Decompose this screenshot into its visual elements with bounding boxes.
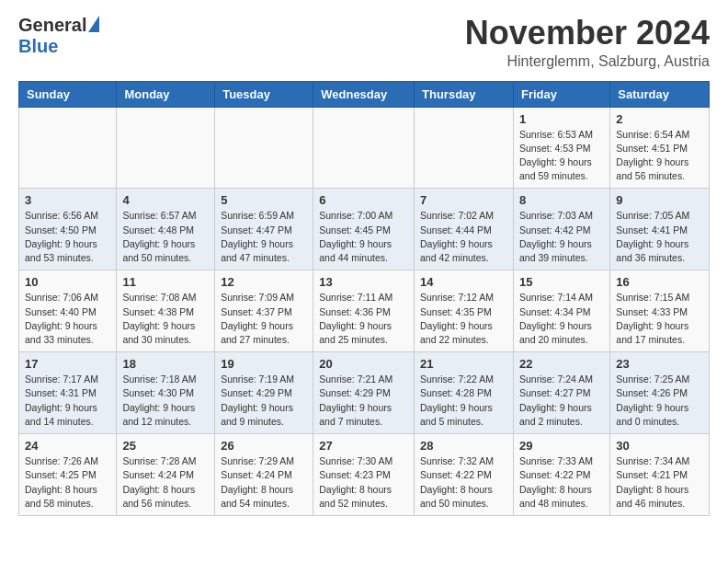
calendar-cell: 21Sunrise: 7:22 AM Sunset: 4:28 PM Dayli…	[415, 352, 514, 434]
day-number: 17	[25, 357, 110, 371]
day-info: Sunrise: 6:53 AM Sunset: 4:53 PM Dayligh…	[519, 128, 604, 184]
day-number: 19	[221, 357, 307, 371]
page-container: General Blue November 2024 Hinterglemm, …	[0, 0, 728, 531]
calendar-cell: 17Sunrise: 7:17 AM Sunset: 4:31 PM Dayli…	[19, 352, 117, 434]
day-info: Sunrise: 7:33 AM Sunset: 4:22 PM Dayligh…	[519, 454, 604, 511]
day-info: Sunrise: 7:12 AM Sunset: 4:35 PM Dayligh…	[420, 291, 507, 347]
header-saturday: Saturday	[610, 81, 710, 107]
header-tuesday: Tuesday	[215, 81, 313, 107]
calendar-cell: 15Sunrise: 7:14 AM Sunset: 4:34 PM Dayli…	[513, 270, 609, 352]
day-info: Sunrise: 7:34 AM Sunset: 4:21 PM Dayligh…	[616, 454, 703, 511]
day-number: 29	[519, 439, 604, 453]
header-sunday: Sunday	[19, 81, 117, 107]
calendar-cell: 23Sunrise: 7:25 AM Sunset: 4:26 PM Dayli…	[610, 352, 710, 434]
calendar-cell	[415, 107, 514, 189]
calendar-week-row: 10Sunrise: 7:06 AM Sunset: 4:40 PM Dayli…	[19, 270, 710, 352]
logo-blue-text: Blue	[18, 36, 58, 57]
day-info: Sunrise: 7:03 AM Sunset: 4:42 PM Dayligh…	[519, 209, 604, 265]
day-info: Sunrise: 6:57 AM Sunset: 4:48 PM Dayligh…	[122, 209, 209, 265]
day-number: 28	[420, 439, 507, 453]
calendar-cell: 1Sunrise: 6:53 AM Sunset: 4:53 PM Daylig…	[513, 107, 609, 189]
day-info: Sunrise: 7:28 AM Sunset: 4:24 PM Dayligh…	[122, 454, 209, 511]
calendar-cell: 10Sunrise: 7:06 AM Sunset: 4:40 PM Dayli…	[19, 270, 117, 352]
header: General Blue November 2024 Hinterglemm, …	[18, 15, 710, 70]
day-info: Sunrise: 7:15 AM Sunset: 4:33 PM Dayligh…	[616, 291, 703, 347]
calendar-cell: 18Sunrise: 7:18 AM Sunset: 4:30 PM Dayli…	[117, 352, 215, 434]
day-info: Sunrise: 7:05 AM Sunset: 4:41 PM Dayligh…	[616, 209, 703, 265]
day-number: 1	[519, 112, 604, 126]
calendar-cell: 12Sunrise: 7:09 AM Sunset: 4:37 PM Dayli…	[215, 270, 313, 352]
calendar-cell: 8Sunrise: 7:03 AM Sunset: 4:42 PM Daylig…	[513, 189, 609, 270]
calendar-cell: 26Sunrise: 7:29 AM Sunset: 4:24 PM Dayli…	[215, 434, 313, 516]
day-info: Sunrise: 7:00 AM Sunset: 4:45 PM Dayligh…	[319, 209, 408, 265]
day-info: Sunrise: 7:02 AM Sunset: 4:44 PM Dayligh…	[420, 209, 507, 265]
calendar-cell: 22Sunrise: 7:24 AM Sunset: 4:27 PM Dayli…	[513, 352, 609, 434]
day-number: 23	[616, 357, 703, 371]
day-number: 5	[221, 193, 307, 207]
day-info: Sunrise: 7:19 AM Sunset: 4:29 PM Dayligh…	[221, 373, 307, 429]
calendar-cell: 14Sunrise: 7:12 AM Sunset: 4:35 PM Dayli…	[415, 270, 514, 352]
calendar-table: Sunday Monday Tuesday Wednesday Thursday…	[18, 81, 710, 516]
day-number: 27	[319, 439, 408, 453]
calendar-cell: 11Sunrise: 7:08 AM Sunset: 4:38 PM Dayli…	[117, 270, 215, 352]
calendar-cell: 2Sunrise: 6:54 AM Sunset: 4:51 PM Daylig…	[610, 107, 710, 189]
calendar-cell: 16Sunrise: 7:15 AM Sunset: 4:33 PM Dayli…	[610, 270, 710, 352]
day-info: Sunrise: 7:21 AM Sunset: 4:29 PM Dayligh…	[319, 373, 408, 429]
calendar-cell: 29Sunrise: 7:33 AM Sunset: 4:22 PM Dayli…	[513, 434, 609, 516]
day-number: 2	[616, 112, 703, 126]
day-number: 14	[420, 275, 507, 289]
day-info: Sunrise: 7:30 AM Sunset: 4:23 PM Dayligh…	[319, 454, 408, 511]
day-number: 24	[25, 439, 110, 453]
calendar-week-row: 1Sunrise: 6:53 AM Sunset: 4:53 PM Daylig…	[19, 107, 710, 189]
header-thursday: Thursday	[415, 81, 514, 107]
day-number: 18	[122, 357, 209, 371]
day-number: 22	[519, 357, 604, 371]
day-info: Sunrise: 7:32 AM Sunset: 4:22 PM Dayligh…	[420, 454, 507, 511]
calendar-week-row: 24Sunrise: 7:26 AM Sunset: 4:25 PM Dayli…	[19, 434, 710, 516]
day-number: 7	[420, 193, 507, 207]
calendar-cell: 5Sunrise: 6:59 AM Sunset: 4:47 PM Daylig…	[215, 189, 313, 270]
day-info: Sunrise: 7:11 AM Sunset: 4:36 PM Dayligh…	[319, 291, 408, 347]
calendar-cell	[19, 107, 117, 189]
day-info: Sunrise: 7:24 AM Sunset: 4:27 PM Dayligh…	[519, 373, 604, 429]
day-number: 25	[122, 439, 209, 453]
calendar-cell: 30Sunrise: 7:34 AM Sunset: 4:21 PM Dayli…	[610, 434, 710, 516]
calendar-cell	[117, 107, 215, 189]
day-number: 16	[616, 275, 703, 289]
calendar-cell: 20Sunrise: 7:21 AM Sunset: 4:29 PM Dayli…	[313, 352, 415, 434]
location-title: Hinterglemm, Salzburg, Austria	[465, 53, 710, 70]
day-info: Sunrise: 7:14 AM Sunset: 4:34 PM Dayligh…	[519, 291, 604, 347]
calendar-cell: 19Sunrise: 7:19 AM Sunset: 4:29 PM Dayli…	[215, 352, 313, 434]
day-info: Sunrise: 7:18 AM Sunset: 4:30 PM Dayligh…	[122, 373, 209, 429]
day-number: 3	[25, 193, 110, 207]
calendar-cell	[313, 107, 415, 189]
day-number: 13	[319, 275, 408, 289]
calendar-cell: 3Sunrise: 6:56 AM Sunset: 4:50 PM Daylig…	[19, 189, 117, 270]
day-number: 8	[519, 193, 604, 207]
day-info: Sunrise: 6:56 AM Sunset: 4:50 PM Dayligh…	[25, 209, 110, 265]
day-number: 12	[221, 275, 307, 289]
header-monday: Monday	[117, 81, 215, 107]
calendar-cell: 9Sunrise: 7:05 AM Sunset: 4:41 PM Daylig…	[610, 189, 710, 270]
calendar-cell: 7Sunrise: 7:02 AM Sunset: 4:44 PM Daylig…	[415, 189, 514, 270]
day-number: 20	[319, 357, 408, 371]
month-title: November 2024	[465, 15, 710, 52]
day-number: 10	[25, 275, 110, 289]
calendar-week-row: 17Sunrise: 7:17 AM Sunset: 4:31 PM Dayli…	[19, 352, 710, 434]
day-info: Sunrise: 7:26 AM Sunset: 4:25 PM Dayligh…	[25, 454, 110, 511]
day-number: 4	[122, 193, 209, 207]
calendar-cell: 25Sunrise: 7:28 AM Sunset: 4:24 PM Dayli…	[117, 434, 215, 516]
title-block: November 2024 Hinterglemm, Salzburg, Aus…	[465, 15, 710, 70]
day-number: 30	[616, 439, 703, 453]
day-number: 9	[616, 193, 703, 207]
day-number: 21	[420, 357, 507, 371]
day-info: Sunrise: 6:59 AM Sunset: 4:47 PM Dayligh…	[221, 209, 307, 265]
header-friday: Friday	[513, 81, 609, 107]
logo: General Blue	[18, 15, 99, 57]
header-wednesday: Wednesday	[313, 81, 415, 107]
day-number: 15	[519, 275, 604, 289]
day-info: Sunrise: 7:25 AM Sunset: 4:26 PM Dayligh…	[616, 373, 703, 429]
day-info: Sunrise: 7:17 AM Sunset: 4:31 PM Dayligh…	[25, 373, 110, 429]
calendar-week-row: 3Sunrise: 6:56 AM Sunset: 4:50 PM Daylig…	[19, 189, 710, 270]
day-info: Sunrise: 7:09 AM Sunset: 4:37 PM Dayligh…	[221, 291, 307, 347]
